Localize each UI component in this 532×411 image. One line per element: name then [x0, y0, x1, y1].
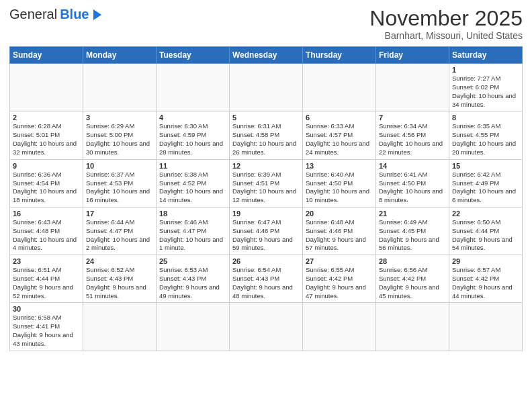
calendar-cell: 23Sunrise: 6:51 AM Sunset: 4:44 PM Dayli… — [10, 255, 83, 303]
day-number: 22 — [452, 210, 519, 218]
day-number: 28 — [379, 257, 446, 265]
calendar-cell — [303, 64, 376, 111]
calendar-cell: 20Sunrise: 6:48 AM Sunset: 4:46 PM Dayli… — [303, 207, 376, 255]
day-info: Sunrise: 6:48 AM Sunset: 4:46 PM Dayligh… — [306, 218, 373, 253]
logo-general-text: General — [9, 7, 57, 22]
header-sunday: Sunday — [10, 47, 83, 64]
day-number: 4 — [159, 113, 226, 122]
calendar-cell — [230, 303, 303, 351]
day-number: 3 — [86, 113, 153, 122]
header: General Blue November 2025 Barnhart, Mis… — [9, 7, 523, 41]
day-number: 10 — [86, 162, 153, 170]
day-info: Sunrise: 6:31 AM Sunset: 4:58 PM Dayligh… — [232, 122, 300, 156]
day-info: Sunrise: 6:36 AM Sunset: 4:54 PM Dayligh… — [13, 171, 80, 205]
calendar-cell: 14Sunrise: 6:41 AM Sunset: 4:50 PM Dayli… — [376, 159, 449, 207]
header-thursday: Thursday — [303, 47, 376, 64]
calendar-cell: 11Sunrise: 6:38 AM Sunset: 4:52 PM Dayli… — [157, 159, 230, 207]
day-number: 7 — [379, 113, 446, 122]
day-info: Sunrise: 6:29 AM Sunset: 5:00 PM Dayligh… — [86, 122, 153, 156]
day-info: Sunrise: 6:30 AM Sunset: 4:59 PM Dayligh… — [159, 122, 226, 156]
week-row-4: 16Sunrise: 6:43 AM Sunset: 4:48 PM Dayli… — [10, 207, 523, 255]
day-number: 5 — [232, 113, 300, 122]
day-info: Sunrise: 6:34 AM Sunset: 4:56 PM Dayligh… — [379, 122, 446, 156]
header-monday: Monday — [83, 47, 157, 64]
calendar-subtitle: Barnhart, Missouri, United States — [369, 30, 523, 41]
day-number: 29 — [452, 257, 519, 265]
day-number: 25 — [159, 257, 226, 265]
calendar-cell — [83, 303, 157, 351]
header-tuesday: Tuesday — [157, 47, 230, 64]
calendar-cell: 10Sunrise: 6:37 AM Sunset: 4:53 PM Dayli… — [83, 159, 157, 207]
calendar-cell: 22Sunrise: 6:50 AM Sunset: 4:44 PM Dayli… — [449, 207, 523, 255]
calendar-cell: 1Sunrise: 7:27 AM Sunset: 6:02 PM Daylig… — [449, 64, 523, 111]
day-info: Sunrise: 6:52 AM Sunset: 4:43 PM Dayligh… — [86, 266, 153, 300]
calendar-cell — [230, 64, 303, 111]
day-number: 13 — [306, 162, 373, 170]
weekday-header-row: Sunday Monday Tuesday Wednesday Thursday… — [10, 47, 523, 64]
logo: General Blue — [9, 7, 101, 22]
day-info: Sunrise: 6:57 AM Sunset: 4:42 PM Dayligh… — [452, 266, 519, 300]
day-number: 15 — [452, 162, 519, 170]
day-number: 16 — [13, 210, 80, 218]
day-number: 9 — [13, 162, 80, 170]
day-number: 18 — [159, 210, 226, 218]
day-info: Sunrise: 6:37 AM Sunset: 4:53 PM Dayligh… — [86, 171, 153, 205]
day-number: 30 — [13, 305, 80, 313]
calendar-cell: 12Sunrise: 6:39 AM Sunset: 4:51 PM Dayli… — [230, 159, 303, 207]
week-row-3: 9Sunrise: 6:36 AM Sunset: 4:54 PM Daylig… — [10, 159, 523, 207]
week-row-5: 23Sunrise: 6:51 AM Sunset: 4:44 PM Dayli… — [10, 255, 523, 303]
header-friday: Friday — [376, 47, 449, 64]
day-number: 11 — [159, 162, 226, 170]
calendar-cell: 28Sunrise: 6:56 AM Sunset: 4:42 PM Dayli… — [376, 255, 449, 303]
day-number: 23 — [13, 257, 80, 265]
calendar-cell: 6Sunrise: 6:33 AM Sunset: 4:57 PM Daylig… — [303, 111, 376, 159]
day-info: Sunrise: 6:53 AM Sunset: 4:43 PM Dayligh… — [159, 266, 226, 300]
day-info: Sunrise: 6:35 AM Sunset: 4:55 PM Dayligh… — [452, 122, 519, 156]
day-number: 21 — [379, 210, 446, 218]
day-info: Sunrise: 6:49 AM Sunset: 4:45 PM Dayligh… — [379, 218, 446, 253]
calendar-cell: 15Sunrise: 6:42 AM Sunset: 4:49 PM Dayli… — [449, 159, 523, 207]
calendar-cell: 18Sunrise: 6:46 AM Sunset: 4:47 PM Dayli… — [157, 207, 230, 255]
calendar-cell: 25Sunrise: 6:53 AM Sunset: 4:43 PM Dayli… — [157, 255, 230, 303]
calendar-cell: 16Sunrise: 6:43 AM Sunset: 4:48 PM Dayli… — [10, 207, 83, 255]
day-info: Sunrise: 6:51 AM Sunset: 4:44 PM Dayligh… — [13, 266, 80, 300]
week-row-2: 2Sunrise: 6:28 AM Sunset: 5:01 PM Daylig… — [10, 111, 523, 159]
day-number: 24 — [86, 257, 153, 265]
calendar-cell: 29Sunrise: 6:57 AM Sunset: 4:42 PM Dayli… — [449, 255, 523, 303]
day-info: Sunrise: 6:54 AM Sunset: 4:43 PM Dayligh… — [232, 266, 300, 300]
calendar-cell: 2Sunrise: 6:28 AM Sunset: 5:01 PM Daylig… — [10, 111, 83, 159]
day-info: Sunrise: 6:38 AM Sunset: 4:52 PM Dayligh… — [159, 171, 226, 205]
calendar-cell: 7Sunrise: 6:34 AM Sunset: 4:56 PM Daylig… — [376, 111, 449, 159]
day-info: Sunrise: 6:33 AM Sunset: 4:57 PM Dayligh… — [306, 122, 373, 156]
page: General Blue November 2025 Barnhart, Mis… — [0, 0, 532, 411]
day-info: Sunrise: 7:27 AM Sunset: 6:02 PM Dayligh… — [452, 75, 519, 109]
day-number: 2 — [13, 113, 80, 122]
calendar-cell — [303, 303, 376, 351]
day-number: 26 — [232, 257, 300, 265]
day-number: 27 — [306, 257, 373, 265]
calendar-cell: 9Sunrise: 6:36 AM Sunset: 4:54 PM Daylig… — [10, 159, 83, 207]
logo-triangle-icon — [93, 9, 101, 20]
title-area: November 2025 Barnhart, Missouri, United… — [369, 7, 523, 41]
calendar-cell: 24Sunrise: 6:52 AM Sunset: 4:43 PM Dayli… — [83, 255, 157, 303]
week-row-1: 1Sunrise: 7:27 AM Sunset: 6:02 PM Daylig… — [10, 64, 523, 111]
day-info: Sunrise: 6:58 AM Sunset: 4:41 PM Dayligh… — [13, 314, 80, 348]
header-saturday: Saturday — [449, 47, 523, 64]
calendar-cell: 4Sunrise: 6:30 AM Sunset: 4:59 PM Daylig… — [157, 111, 230, 159]
day-info: Sunrise: 6:55 AM Sunset: 4:42 PM Dayligh… — [306, 266, 373, 300]
day-info: Sunrise: 6:50 AM Sunset: 4:44 PM Dayligh… — [452, 218, 519, 253]
day-info: Sunrise: 6:40 AM Sunset: 4:50 PM Dayligh… — [306, 171, 373, 205]
day-number: 17 — [86, 210, 153, 218]
calendar-cell: 13Sunrise: 6:40 AM Sunset: 4:50 PM Dayli… — [303, 159, 376, 207]
logo-blue-text: Blue — [60, 7, 89, 22]
week-row-6: 30Sunrise: 6:58 AM Sunset: 4:41 PM Dayli… — [10, 303, 523, 351]
day-info: Sunrise: 6:56 AM Sunset: 4:42 PM Dayligh… — [379, 266, 446, 300]
calendar-cell: 19Sunrise: 6:47 AM Sunset: 4:46 PM Dayli… — [230, 207, 303, 255]
calendar-cell: 26Sunrise: 6:54 AM Sunset: 4:43 PM Dayli… — [230, 255, 303, 303]
calendar-title: November 2025 — [369, 7, 523, 30]
calendar-cell — [10, 64, 83, 111]
header-wednesday: Wednesday — [230, 47, 303, 64]
day-number: 6 — [306, 113, 373, 122]
calendar-cell: 27Sunrise: 6:55 AM Sunset: 4:42 PM Dayli… — [303, 255, 376, 303]
calendar-cell: 3Sunrise: 6:29 AM Sunset: 5:00 PM Daylig… — [83, 111, 157, 159]
